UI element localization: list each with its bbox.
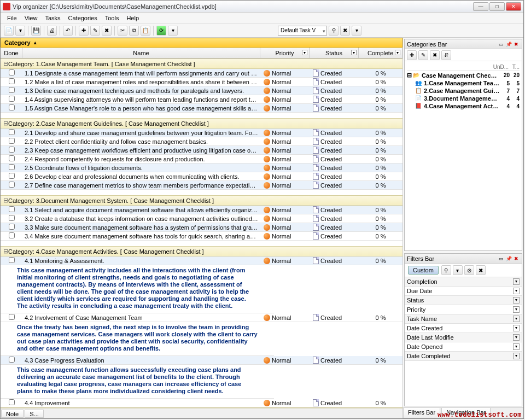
task-row[interactable]: 1.2 Make a list of case management roles… [1, 78, 402, 86]
task-checkbox[interactable] [9, 104, 15, 110]
print-button[interactable]: 🖨 [47, 26, 57, 36]
task-row[interactable]: 4.4 ImprovementNormalCreated0 % [1, 399, 402, 407]
task-checkbox[interactable] [9, 399, 15, 405]
menu-file[interactable]: File [4, 14, 20, 22]
tree-toggle-icon[interactable]: ⊟ [407, 72, 412, 79]
menu-categories[interactable]: Categories [65, 14, 101, 22]
task-row[interactable]: 3.3 Make sure document management softwa… [1, 223, 402, 232]
chevron-down-icon[interactable]: ▾ [513, 278, 520, 285]
task-row[interactable]: 2.6 Develop clear and professional docum… [1, 172, 402, 181]
category-row[interactable]: ⊟ Category: 4.Case Management Activities… [1, 246, 402, 256]
cut-button[interactable]: ✂ [118, 26, 127, 36]
task-checkbox[interactable] [9, 224, 15, 230]
task-checkbox[interactable] [9, 314, 15, 320]
chevron-down-icon[interactable]: ▾ [513, 353, 520, 359]
task-row[interactable]: 3.4 Make sure document management softwa… [1, 232, 402, 241]
menu-view[interactable]: View [21, 14, 41, 22]
cat-edit-button[interactable]: ✎ [418, 50, 428, 60]
task-checkbox[interactable] [9, 173, 15, 179]
task-row[interactable]: 2.1 Develop and share case management gu… [1, 129, 402, 137]
col-priority[interactable]: Priority▾ [260, 48, 310, 58]
filter-row[interactable]: Date Created▾ [405, 324, 522, 333]
task-row[interactable]: 3.1 Select and acquire document manageme… [1, 206, 402, 214]
task-row[interactable]: 2.3 Keep case management workflows effic… [1, 146, 402, 155]
filter-row[interactable]: Due Date▾ [405, 287, 522, 296]
filter-row[interactable]: Task Name▾ [405, 314, 522, 324]
task-row[interactable]: 4.2 Involvement of Case Management TeamN… [1, 313, 402, 322]
task-checkbox[interactable] [9, 164, 15, 170]
filter-row[interactable]: Date Last Modifie▾ [405, 333, 522, 342]
copy-button[interactable]: ⧉ [129, 26, 139, 36]
filter-dropdown-button[interactable]: ▾ [453, 265, 463, 275]
task-row[interactable]: 2.2 Protect client confidentiality and f… [1, 137, 402, 146]
task-row[interactable]: 1.5 Assign Case Manager's role to a pers… [1, 104, 402, 113]
category-row[interactable]: ⊟ Category: 2.Case Management Guidelines… [1, 118, 402, 129]
tree-item[interactable]: 📕4.Case Management Activities44 [407, 102, 520, 110]
task-checkbox[interactable] [9, 129, 15, 135]
task-checkbox[interactable] [9, 138, 15, 144]
task-checkbox[interactable] [9, 182, 15, 188]
task-row[interactable]: 3.2 Create a database that keeps informa… [1, 214, 402, 223]
chevron-down-icon[interactable]: ▾ [302, 50, 307, 55]
cat-move-button[interactable]: ⇵ [441, 50, 451, 60]
maximize-button[interactable]: □ [489, 2, 505, 11]
category-row[interactable]: ⊟ Category: 1.Case Management Team. [ Ca… [1, 59, 402, 69]
task-checkbox[interactable] [9, 232, 15, 238]
refresh-button[interactable]: ⟳ [156, 26, 166, 36]
task-checkbox[interactable] [9, 147, 15, 153]
task-row[interactable]: 4.3 Case Progress EvaluationNormalCreate… [1, 356, 402, 365]
filter-row[interactable]: Completion▾ [405, 277, 522, 287]
filter-button[interactable]: ⚲ [329, 26, 339, 36]
filter-row[interactable]: Status▾ [405, 296, 522, 305]
menu-tools[interactable]: Tools [102, 14, 122, 22]
filter-row[interactable]: Priority▾ [405, 305, 522, 314]
menu-help[interactable]: Help [123, 14, 142, 22]
tab-filters-bar[interactable]: Filters Bar [403, 408, 440, 418]
view-combo[interactable]: Default Task V [278, 26, 327, 36]
tree-item[interactable]: 👥1.Case Management Team.55 [407, 79, 520, 87]
collapse-icon[interactable]: ⊟ [3, 197, 8, 204]
save-button[interactable]: 💾 [31, 26, 41, 36]
filter-tag-custom[interactable]: Custom [408, 266, 439, 275]
task-checkbox[interactable] [9, 69, 15, 75]
tree-item[interactable]: ⊟📂Case Management Checklist2020 [407, 71, 520, 79]
task-row[interactable]: 4.1 Monitoring & Assessment.NormalCreate… [1, 256, 402, 265]
chevron-down-icon[interactable]: ▾ [513, 288, 520, 294]
chevron-down-icon[interactable]: ▾ [351, 50, 357, 55]
filter-clear-button[interactable]: ⊘ [464, 265, 474, 275]
undo-button[interactable]: ↶ [63, 26, 73, 36]
task-checkbox[interactable] [9, 155, 15, 161]
panel-menu-icon[interactable]: ▭ [498, 41, 504, 48]
paste-button[interactable]: 📋 [141, 26, 150, 36]
task-checkbox[interactable] [9, 206, 15, 212]
cat-del-button[interactable]: ✖ [430, 50, 440, 60]
task-row[interactable]: 1.4 Assign supervising attorneys who wil… [1, 95, 402, 104]
panel-menu-icon[interactable]: ▭ [498, 255, 504, 262]
pin-icon[interactable]: 📌 [505, 255, 512, 262]
new-button[interactable]: 📄 [4, 26, 14, 36]
edit-task-button[interactable]: ✎ [90, 26, 100, 36]
panel-close-icon[interactable]: ✖ [513, 41, 520, 48]
col-name[interactable]: Name [22, 48, 260, 58]
clear-filter-button[interactable]: ✖ [340, 26, 350, 36]
menu-tasks[interactable]: Tasks [42, 14, 63, 22]
task-row[interactable]: 2.7 Define case management metrics to sh… [1, 181, 402, 190]
filter-apply-button[interactable]: ⚲ [441, 265, 451, 275]
chevron-down-icon[interactable]: ▾ [513, 334, 520, 341]
panel-close-icon[interactable]: ✖ [513, 255, 520, 262]
category-row[interactable]: ⊟ Category: 3.Document Management System… [1, 195, 402, 206]
tree-item[interactable]: 📄3.Document Management Syst44 [407, 95, 520, 102]
chevron-down-icon[interactable]: ▾ [513, 297, 520, 304]
pin-icon[interactable]: 📌 [505, 41, 512, 48]
collapse-icon[interactable]: ⊟ [3, 248, 8, 255]
chevron-up-icon[interactable]: ▴ [34, 40, 37, 45]
status-button[interactable]: Note [1, 410, 24, 418]
chevron-down-icon[interactable]: ▾ [513, 316, 520, 322]
new-task-button[interactable]: ✚ [79, 26, 89, 36]
filter-row[interactable]: Date Opened▾ [405, 342, 522, 352]
task-checkbox[interactable] [9, 78, 15, 84]
task-checkbox[interactable] [9, 96, 15, 102]
task-row[interactable]: 2.4 Respond competently to requests for … [1, 155, 402, 164]
open-button[interactable]: ▾ [15, 26, 25, 36]
chevron-down-icon[interactable]: ▾ [513, 306, 520, 313]
